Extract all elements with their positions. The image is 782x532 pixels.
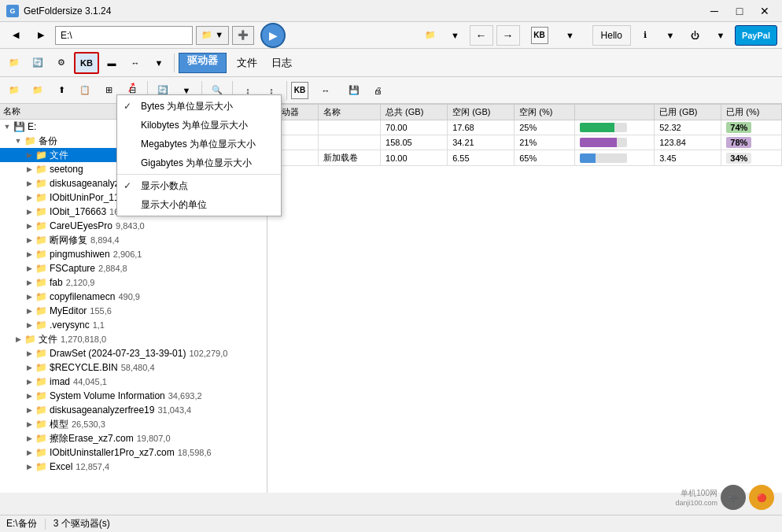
tree-expand-icon[interactable]: ▶ xyxy=(24,390,35,401)
tree-expand-icon[interactable]: ▶ xyxy=(24,320,35,331)
address-input[interactable] xyxy=(55,26,193,45)
maximize-button[interactable]: □ xyxy=(729,3,751,19)
drive-table-row[interactable]: E:新加载卷10.006.5565%3.4534% xyxy=(268,150,782,166)
drive-table-row[interactable]: C:70.0017.6825%52.3274% xyxy=(268,120,782,135)
tree-item[interactable]: ▶📁模型26,530,3 xyxy=(0,417,267,431)
menu-item-kb[interactable]: Kilobytes 为单位显示大小 xyxy=(117,116,281,135)
tree-expand-icon[interactable]: ▼ xyxy=(13,135,24,146)
tb2-save-button[interactable]: 💾 xyxy=(343,79,365,102)
minimize-button[interactable]: ─ xyxy=(703,3,725,19)
tree-expand-icon[interactable]: ▶ xyxy=(24,164,35,175)
tb2-btn-1[interactable]: 📁 xyxy=(3,79,25,102)
tree-item[interactable]: ▶📁.verysync1,1 xyxy=(0,318,267,332)
bar-view-button[interactable]: ▬ xyxy=(101,52,123,74)
tree-expand-icon[interactable]: ▼ xyxy=(2,121,13,132)
tree-item[interactable]: ▶📁fab2,120,9 xyxy=(0,275,267,290)
nav-right-button[interactable]: → xyxy=(496,25,520,46)
scan-button[interactable]: ▶ xyxy=(260,23,286,48)
close-button[interactable]: ✕ xyxy=(754,3,776,19)
tree-item[interactable]: ▶📁DrawSet (2024-07-23_13-39-01)102,279,0 xyxy=(0,346,267,360)
tree-item[interactable]: ▶📁diskusageanalyzerfree1931,043,4 xyxy=(0,403,267,417)
tree-item[interactable]: ▶📁IObitUninstaller1Pro_xz7.com18,598,6 xyxy=(0,445,267,460)
tree-expand-icon[interactable]: ▶ xyxy=(24,376,35,387)
tree-expand-icon[interactable]: ▶ xyxy=(24,206,35,217)
tree-item[interactable]: ▶📁copyfilenamecn490,9 xyxy=(0,290,267,304)
paypal-button[interactable]: PayPal xyxy=(735,25,777,46)
tree-item[interactable]: ▶📁System Volume Information34,693,2 xyxy=(0,389,267,403)
tb2-btn-3[interactable]: ⬆ xyxy=(50,79,72,102)
power-dropdown-button[interactable]: ▼ xyxy=(710,24,732,46)
tree-expand-icon[interactable]: ▶ xyxy=(13,334,24,345)
tree-expand-icon[interactable]: ▶ xyxy=(24,348,35,359)
tb-btn-1[interactable]: 📁 xyxy=(3,52,25,74)
filter-button[interactable]: ▼ xyxy=(444,24,467,46)
tb2-print-button[interactable]: 🖨 xyxy=(367,79,389,102)
tb-settings-button[interactable]: ⚙ xyxy=(50,52,72,74)
power-button[interactable]: ⏻ xyxy=(684,24,706,46)
tree-expand-icon[interactable]: ▶ xyxy=(24,419,35,430)
tree-expand-icon[interactable]: ▶ xyxy=(24,178,35,189)
drive-table-cell: 52.32 xyxy=(655,120,721,135)
drive-table-cell: 6.55 xyxy=(448,150,515,166)
folder-icon-btn[interactable]: 📁 xyxy=(419,24,441,46)
tree-item[interactable]: ▶📁FSCapture2,884,8 xyxy=(0,261,267,275)
hello-button[interactable]: Hello xyxy=(592,25,631,46)
add-button[interactable]: ➕ xyxy=(232,26,254,45)
tree-expand-icon[interactable]: ▶ xyxy=(24,249,35,260)
tree-item[interactable]: ▶📁断网修复8,894,4 xyxy=(0,233,267,247)
forward-button[interactable]: ▶ xyxy=(30,24,52,46)
tree-item[interactable]: ▶📁文件1,270,818,0 xyxy=(0,332,267,346)
tree-expand-icon[interactable]: ▶ xyxy=(24,447,35,458)
tb2-btn-2[interactable]: 📁 xyxy=(27,79,49,102)
menu-item-bytes[interactable]: ✓Bytes 为单位显示大小 xyxy=(117,97,281,116)
tree-item[interactable]: ▶📁MyEditor155,6 xyxy=(0,304,267,318)
tab-log[interactable]: 日志 xyxy=(267,52,296,74)
tb2-btn-4[interactable]: 📋 xyxy=(74,79,96,102)
filter2-button[interactable]: ▼ xyxy=(559,24,581,46)
tree-expand-icon[interactable]: ▶ xyxy=(24,461,35,472)
tree-expand-icon[interactable]: ▶ xyxy=(24,150,35,161)
menu-item-gb[interactable]: Gigabytes 为单位显示大小 xyxy=(117,153,281,172)
folder-icon: 📁 xyxy=(35,390,47,401)
toolbar2-separator4 xyxy=(286,81,287,100)
tree-item-name: System Volume Information xyxy=(50,390,165,401)
status-drives: 3 个驱动器(s) xyxy=(53,517,110,530)
tree-item-name: pingmushiwen xyxy=(50,249,110,260)
tb-btn-2[interactable]: 🔄 xyxy=(27,52,49,74)
menu-item-mb[interactable]: Megabytes 为单位显示大小 xyxy=(117,135,281,153)
drive-table-row[interactable]: D:158.0534.2121%123.8478% xyxy=(268,135,782,150)
dropdown-arrow-button[interactable]: ▼ xyxy=(148,52,170,74)
tb2-arrow-btn[interactable]: ↔ xyxy=(315,79,337,102)
tree-expand-icon[interactable]: ▶ xyxy=(24,263,35,274)
back-button[interactable]: ◀ xyxy=(5,24,27,46)
tree-expand-icon[interactable]: ▶ xyxy=(24,305,35,316)
tree-item[interactable]: ▶📁pingmushiwen2,906,1 xyxy=(0,247,267,261)
tree-item[interactable]: ▶📁CareUEyesPro9,843,0 xyxy=(0,219,267,233)
tree-item-name: FSCapture xyxy=(50,263,95,274)
nav-left-button[interactable]: ← xyxy=(470,25,493,46)
menu-item-unit[interactable]: 显示大小的单位 xyxy=(117,195,281,214)
tree-item[interactable]: ▶📁imad44,045,1 xyxy=(0,375,267,389)
tree-expand-icon[interactable]: ▶ xyxy=(24,277,35,288)
tree-expand-icon[interactable]: ▶ xyxy=(24,362,35,373)
tree-expand-icon[interactable]: ▶ xyxy=(24,220,35,231)
tree-expand-icon[interactable]: ▶ xyxy=(24,291,35,302)
tab-drivers[interactable]: 驱动器 xyxy=(179,53,227,73)
tree-item[interactable]: ▶📁擦除Erase_xz7.com19,807,0 xyxy=(0,431,267,445)
folder-icon: 📁 xyxy=(35,461,47,472)
folder-icon: 📁 xyxy=(35,263,47,274)
tree-expand-icon[interactable]: ▶ xyxy=(24,235,35,246)
tree-item[interactable]: ▶📁$RECYCLE.BIN58,480,4 xyxy=(0,360,267,375)
info-button[interactable]: ℹ xyxy=(634,24,656,46)
tab-files[interactable]: 文件 xyxy=(233,52,261,74)
tree-expand-icon[interactable]: ▶ xyxy=(24,192,35,203)
browse-button[interactable]: 📁 ▼ xyxy=(196,26,229,45)
kb-size-button[interactable]: KB xyxy=(74,52,99,74)
info-dropdown-button[interactable]: ▼ xyxy=(659,24,681,46)
arrow-button[interactable]: ↔ xyxy=(124,52,146,74)
tree-expand-icon[interactable]: ▶ xyxy=(24,433,35,444)
drive-table-header: 已用 (GB) xyxy=(655,105,721,120)
tree-item[interactable]: ▶📁Excel12,857,4 xyxy=(0,460,267,474)
tree-expand-icon[interactable]: ▶ xyxy=(24,405,35,416)
menu-item-decimal[interactable]: ✓显示小数点 xyxy=(117,176,281,195)
